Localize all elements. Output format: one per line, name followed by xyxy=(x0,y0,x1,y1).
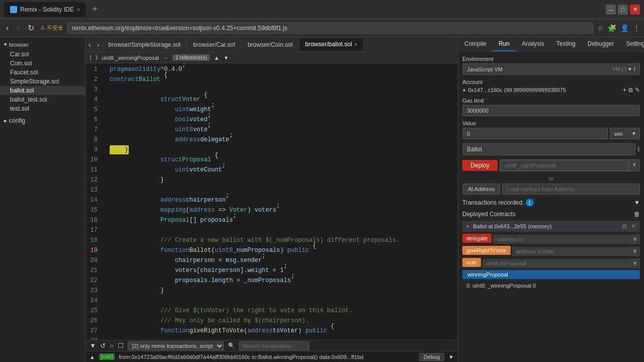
vote-button[interactable]: vote xyxy=(462,258,481,267)
sidebar-item-test[interactable]: test.sol xyxy=(0,104,85,113)
tab-car[interactable]: browser/Car.sol xyxy=(187,39,242,50)
script-selector[interactable]: [2] only remix transactions, script xyxy=(128,341,224,350)
value-unit-selector[interactable]: wei ▾ xyxy=(610,128,640,139)
at-address-row: At Address xyxy=(462,184,640,195)
line-num-8: 8 xyxy=(86,135,102,145)
env-chevron-icon[interactable]: ▾ xyxy=(628,66,631,72)
contract-selector-row-inner: Ballot ℹ xyxy=(462,143,640,155)
tab-settings[interactable]: Settings xyxy=(620,37,644,51)
security-badge: ⚠ 不安全 xyxy=(40,24,63,32)
checkbox-icon[interactable]: ☐ xyxy=(118,342,124,349)
deploy-button[interactable]: Deploy xyxy=(462,160,498,171)
sidebar-item-coin[interactable]: Coin.sol xyxy=(0,59,85,68)
minimize-button[interactable]: — xyxy=(606,5,616,15)
tab-coin[interactable]: browser/Coin.sol xyxy=(242,39,299,50)
sidebar-config[interactable]: ▸ config xyxy=(0,115,85,126)
new-tab-button[interactable]: + xyxy=(89,4,101,15)
down-arrow-icon[interactable]: ▼ xyxy=(90,342,96,349)
extensions-icon[interactable]: 🧩 xyxy=(608,24,616,32)
refresh-button[interactable]: ↻ xyxy=(26,22,36,34)
deploy-input[interactable] xyxy=(500,160,629,171)
give-right-chevron-icon[interactable]: ▼ xyxy=(630,246,640,256)
value-amount-input[interactable]: 0 xyxy=(462,128,608,139)
bookmark-icon[interactable]: ☆ xyxy=(597,24,604,32)
tab-ballot-label: browser/ballot.sol xyxy=(305,41,352,48)
tx-expand-icon[interactable]: ▲ xyxy=(90,354,95,360)
tab-compile[interactable]: Compile xyxy=(458,37,493,51)
search-icon: 🔍 xyxy=(228,342,235,349)
at-address-input[interactable] xyxy=(502,184,640,195)
code-line-15: mapping(address => Voter) voters; xyxy=(110,205,458,215)
account-edit-button[interactable]: ✎ xyxy=(635,86,640,94)
browser-tab[interactable]: Remix - Solidity IDE × xyxy=(4,2,86,17)
account-row: Account ● 0x147...c160c (99.999999999999… xyxy=(462,79,640,94)
tab-simplestorage[interactable]: browser/SimpleStorage.sol xyxy=(102,39,187,50)
unit-chevron-icon[interactable]: ▾ xyxy=(632,130,635,137)
sidebar-item-simplestorage[interactable]: SimpleStorage.sol xyxy=(0,77,85,86)
tab-favicon xyxy=(10,6,17,13)
chevron-up-icon[interactable]: ▲ xyxy=(214,55,219,61)
code-editor[interactable]: 1 2 3 4 5 6 7 8 9 10 11 12 13 14 15 16 1… xyxy=(86,63,458,340)
give-right-to-vote-button[interactable]: giveRightToVote xyxy=(462,246,511,255)
forward-button[interactable]: › xyxy=(15,23,21,34)
winning-proposal-label: winningProposal xyxy=(467,272,508,278)
tx-chevron-down-icon[interactable]: ▼ xyxy=(448,354,454,360)
vote-input[interactable] xyxy=(482,259,630,268)
delegate-row: delegate ▼ xyxy=(462,234,640,244)
expand-right-icon[interactable]: ⟩ xyxy=(96,54,98,61)
tab-nav-left[interactable]: ‹ xyxy=(86,41,94,49)
give-right-input[interactable] xyxy=(512,247,630,256)
ref-badge[interactable]: 1 reference(s) xyxy=(173,54,210,61)
expand-left-icon[interactable]: ⟨ xyxy=(90,54,92,61)
address-input[interactable] xyxy=(67,23,593,34)
menu-icon[interactable]: ⋮ xyxy=(633,24,640,32)
debug-button[interactable]: Debug xyxy=(419,353,444,361)
tab-ballot-close[interactable]: × xyxy=(354,41,357,47)
sidebar-item-ballot[interactable]: ballot.sol xyxy=(0,86,85,95)
code-line-27: function giveRightToVote(address toVoter… xyxy=(110,326,458,336)
sidebar-item-car[interactable]: Car.sol xyxy=(0,50,85,59)
delegate-chevron-icon[interactable]: ▼ xyxy=(630,234,640,244)
code-line-25: /// Give $(toVoter) the right to vote on… xyxy=(110,306,458,316)
back-button[interactable]: ‹ xyxy=(4,23,11,34)
account-copy-button[interactable]: ⧉ xyxy=(628,86,633,94)
copy-address-icon[interactable]: ⧉ xyxy=(622,223,627,230)
tab-ballot[interactable]: browser/ballot.sol × xyxy=(299,39,364,50)
search-input[interactable] xyxy=(239,341,309,350)
contract-expand-icon[interactable]: ▾ xyxy=(466,224,469,229)
tab-nav-right[interactable]: › xyxy=(94,41,103,49)
deploy-expand-icon[interactable]: ▼ xyxy=(629,160,639,171)
transactions-chevron-icon[interactable]: ▼ xyxy=(634,199,640,206)
line-num-5: 5 xyxy=(86,105,102,115)
sidebar-item-ballot-test[interactable]: ballot_test.sol xyxy=(0,95,85,104)
tab-analysis[interactable]: Analysis xyxy=(516,37,550,51)
close-button[interactable]: ✕ xyxy=(630,5,640,15)
close-contract-icon[interactable]: ✕ xyxy=(631,223,636,230)
refresh2-icon[interactable]: ↺ xyxy=(100,342,106,349)
tab-close-btn[interactable]: × xyxy=(77,7,80,13)
tab-testing[interactable]: Testing xyxy=(550,37,582,51)
contract-info-icon[interactable]: ℹ xyxy=(637,146,640,153)
delegate-input[interactable] xyxy=(493,235,630,244)
sidebar: ▾ browser Car.sol Coin.sol Faucet.sol Si… xyxy=(0,37,86,362)
info-icon[interactable]: ℹ xyxy=(633,66,635,72)
vote-chevron-icon[interactable]: ▼ xyxy=(630,258,640,268)
delete-all-icon[interactable]: 🗑 xyxy=(634,211,640,218)
gas-limit-input[interactable]: 3000000 xyxy=(462,105,640,116)
profile-icon[interactable]: 👤 xyxy=(620,24,629,32)
delegate-button[interactable]: delegate xyxy=(462,234,492,243)
sidebar-item-faucet[interactable]: Faucet.sol xyxy=(0,68,85,77)
winning-proposal-button[interactable]: winningProposal xyxy=(462,270,640,279)
circle-icon[interactable]: ○ xyxy=(110,342,114,349)
line-num-6: 6 xyxy=(86,115,102,125)
tab-run[interactable]: Run xyxy=(493,37,516,51)
maximize-button[interactable]: □ xyxy=(618,5,628,15)
sidebar-browser-title[interactable]: ▾ browser xyxy=(0,39,85,50)
chevron-down2-icon[interactable]: ▼ xyxy=(223,55,229,61)
account-plus-button[interactable]: + xyxy=(623,86,626,94)
contract-selector[interactable]: Ballot xyxy=(462,143,635,155)
code-content[interactable]: pragma solidity ^0.4.0; contract Ballot … xyxy=(106,63,458,340)
tab-debugger[interactable]: Debugger xyxy=(582,37,620,51)
line-num-17: 17 xyxy=(86,225,102,235)
at-address-button[interactable]: At Address xyxy=(462,184,500,195)
